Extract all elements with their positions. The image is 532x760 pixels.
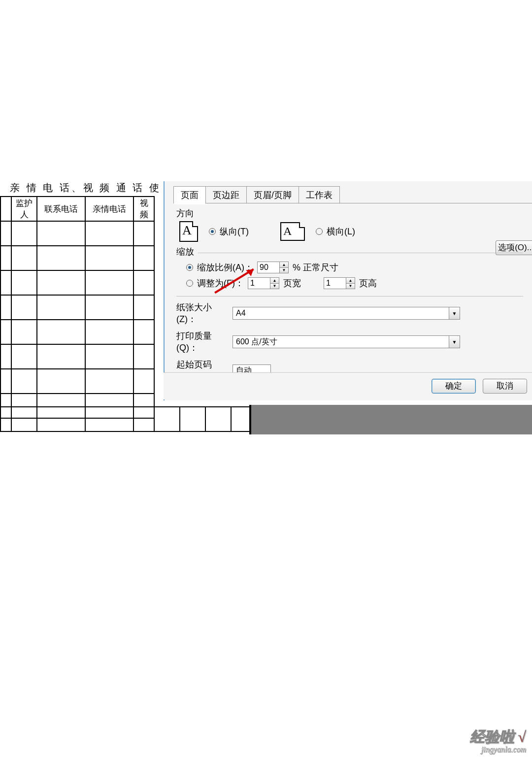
- scale-input[interactable]: [257, 262, 280, 273]
- tab-strip: 页面 页边距 页眉/页脚 工作表: [165, 181, 532, 203]
- table-row: [0, 320, 154, 344]
- radio-icon: [209, 228, 216, 235]
- background-table-extension: [0, 406, 251, 432]
- table-row: [0, 246, 154, 270]
- dropdown-icon[interactable]: ▼: [449, 335, 460, 348]
- paper-size-label: 纸张大小(Z)：: [176, 301, 229, 325]
- fit-height-spinner[interactable]: ▲▼: [324, 277, 355, 289]
- table-header: 亲情电话: [85, 197, 133, 221]
- tab-sheet[interactable]: 工作表: [299, 186, 340, 203]
- radio-icon: [186, 264, 193, 271]
- fit-to-radio[interactable]: 调整为(F)：: [186, 277, 244, 289]
- cancel-button[interactable]: 取消: [483, 379, 527, 394]
- spinner-down-icon[interactable]: ▼: [280, 268, 288, 273]
- portrait-radio[interactable]: 纵向(T): [209, 226, 249, 237]
- watermark-text: 经验啦: [470, 728, 514, 745]
- zoom-group-label: 缩放: [176, 246, 194, 258]
- radio-icon: [316, 228, 323, 235]
- paper-size-input[interactable]: [233, 307, 449, 320]
- dropdown-icon[interactable]: ▼: [449, 307, 460, 320]
- table-header: [0, 197, 11, 221]
- watermark: 经验啦 √ jingyanla.com: [470, 727, 526, 754]
- print-quality-combo[interactable]: ▼: [233, 335, 460, 348]
- orientation-group-label: 方向: [176, 207, 523, 219]
- radio-icon: [186, 280, 193, 287]
- tab-margins[interactable]: 页边距: [205, 186, 247, 203]
- tab-page[interactable]: 页面: [173, 186, 206, 203]
- table-row: [0, 295, 154, 320]
- table-row: [0, 369, 154, 394]
- print-quality-label: 打印质量(Q)：: [176, 330, 229, 354]
- scale-spinner[interactable]: ▲▼: [257, 262, 289, 273]
- landscape-radio[interactable]: 横向(L): [316, 226, 355, 237]
- table-header: 联系电话: [37, 197, 85, 221]
- page-setup-dialog: 页面 页边距 页眉/页脚 工作表 选项(O)... 方向 A 纵向(T) A 横…: [164, 181, 532, 400]
- scale-radio[interactable]: 缩放比例(A)：: [186, 262, 253, 273]
- paper-size-combo[interactable]: ▼: [233, 307, 460, 320]
- fit-height-suffix: 页高: [359, 277, 377, 289]
- portrait-page-icon: A: [179, 221, 198, 242]
- checkmark-icon: √: [518, 728, 526, 745]
- landscape-page-icon: A: [280, 222, 305, 241]
- background-table: 监护人 联系电话 亲情电话 视频: [0, 196, 155, 419]
- tab-header-footer[interactable]: 页眉/页脚: [246, 186, 299, 203]
- fit-height-input[interactable]: [324, 277, 346, 289]
- spinner-up-icon[interactable]: ▲: [346, 278, 355, 284]
- table-header: 监护人: [11, 197, 37, 221]
- spinner-up-icon[interactable]: ▲: [280, 262, 288, 268]
- fit-width-suffix: 页宽: [283, 277, 301, 289]
- table-row: [0, 270, 154, 295]
- fit-width-input[interactable]: [248, 277, 270, 289]
- scale-suffix: % 正常尺寸: [293, 262, 338, 273]
- print-quality-input[interactable]: [233, 335, 449, 348]
- dialog-button-row: 确定 取消: [164, 372, 532, 399]
- table-row: [0, 344, 154, 369]
- table-header-row: 监护人 联系电话 亲情电话 视频: [0, 197, 154, 221]
- spinner-down-icon[interactable]: ▼: [346, 284, 355, 289]
- spinner-up-icon[interactable]: ▲: [270, 278, 279, 284]
- ok-button[interactable]: 确定: [432, 379, 476, 394]
- print-preview-border: [249, 405, 251, 434]
- fit-width-spinner[interactable]: ▲▼: [248, 277, 279, 289]
- spinner-down-icon[interactable]: ▼: [270, 284, 279, 289]
- table-row: [0, 221, 154, 246]
- print-preview-gray-area: [250, 405, 532, 434]
- table-header: 视频: [133, 197, 154, 221]
